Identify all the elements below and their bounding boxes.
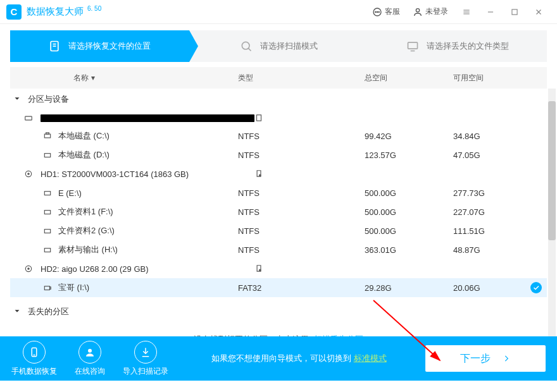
close-icon	[534, 8, 543, 16]
section-partitions-label: 分区与设备	[28, 94, 69, 105]
drive-icon	[43, 150, 53, 159]
disk-type-icon	[254, 114, 263, 123]
login-button[interactable]: 未登录	[406, 0, 454, 24]
disk-hd2[interactable]: HD2: aigo U268 2.00 (29 GB)	[10, 259, 547, 278]
svg-point-33	[260, 269, 261, 271]
minimize-icon	[486, 8, 495, 16]
app-logo: C	[6, 4, 22, 20]
part-g[interactable]: 文件资料2 (G:\) NTFS 500.00G 111.51G	[10, 221, 547, 240]
footer: 手机数据恢复 在线咨询 导入扫描记录 如果您不想使用向导模式，可以切换到 标准模…	[0, 336, 557, 381]
col-type[interactable]: 类型	[238, 73, 365, 83]
chevron-right-icon	[502, 354, 511, 363]
drive-icon	[43, 226, 53, 235]
step-file-type[interactable]: 请选择丢失的文件类型	[368, 30, 547, 62]
step-location-label: 请选择恢复文件的位置	[68, 40, 151, 52]
svg-point-1	[375, 11, 376, 12]
hdd-icon	[24, 264, 34, 273]
step-type-label: 请选择丢失的文件类型	[427, 40, 509, 52]
disk-hd0[interactable]	[10, 110, 547, 126]
disk-hd1[interactable]: HD1: ST2000VM003-1CT164 (1863 GB)	[10, 164, 547, 183]
login-label: 未登录	[425, 6, 448, 17]
usb-drive-icon	[43, 283, 53, 292]
svg-point-32	[28, 268, 29, 269]
svg-rect-21	[44, 134, 50, 138]
phone-recovery-button[interactable]: 手机数据恢复	[11, 341, 57, 377]
import-icon	[134, 341, 157, 364]
part-f[interactable]: 文件资料1 (F:\) NTFS 500.00G 227.07G	[10, 202, 547, 221]
svg-rect-29	[44, 230, 50, 233]
part-h[interactable]: 素材与输出 (H:\) NTFS 363.01G 48.87G	[10, 240, 547, 259]
svg-point-15	[242, 42, 249, 49]
hdd-icon	[24, 114, 34, 123]
support-label: 客服	[385, 6, 400, 17]
online-consult-button[interactable]: 在线咨询	[75, 341, 105, 377]
svg-rect-30	[44, 248, 50, 252]
menu-icon	[462, 8, 471, 16]
section-partitions[interactable]: 分区与设备	[10, 89, 547, 110]
svg-point-4	[416, 8, 419, 11]
lost-partition-hint: 没有找到想要的分区，点击这里 扫描丢失分区	[10, 322, 547, 336]
disk-type-icon	[254, 169, 263, 178]
svg-rect-9	[512, 9, 517, 14]
step-scan-label: 请选择扫描模式	[260, 40, 318, 52]
step-scan-mode[interactable]: 请选择扫描模式	[189, 30, 368, 62]
step-location[interactable]: 请选择恢复文件的位置	[10, 30, 189, 62]
drive-icon	[43, 245, 53, 254]
scrollbar[interactable]	[548, 89, 556, 336]
svg-rect-28	[44, 211, 50, 214]
partition-list: 分区与设备 本地磁盘 (C:\) NTFS 99.42G 34.84G 本地磁盘…	[10, 89, 547, 336]
svg-rect-23	[44, 154, 50, 157]
section-lost-label: 丢失的分区	[28, 306, 69, 317]
sort-caret-icon: ▾	[91, 73, 95, 82]
close-button[interactable]	[527, 0, 551, 24]
standard-mode-link[interactable]: 标准模式	[354, 353, 387, 363]
part-c[interactable]: 本地磁盘 (C:\) NTFS 99.42G 34.84G	[10, 126, 547, 145]
hdd-icon	[24, 169, 34, 178]
svg-rect-34	[44, 286, 49, 290]
location-icon	[48, 40, 61, 52]
next-button[interactable]: 下一步	[425, 345, 546, 372]
svg-point-26	[260, 175, 261, 176]
svg-point-2	[377, 11, 377, 12]
part-e[interactable]: E (E:\) NTFS 500.00G 277.73G	[10, 183, 547, 202]
svg-point-3	[379, 11, 379, 12]
wizard-steps: 请选择恢复文件的位置 请选择扫描模式 请选择丢失的文件类型	[10, 30, 547, 62]
drive-icon	[43, 188, 53, 197]
phone-icon	[23, 341, 46, 364]
svg-rect-35	[50, 287, 51, 290]
col-free[interactable]: 可用空间	[453, 73, 529, 83]
drive-icon	[43, 207, 53, 216]
svg-rect-20	[257, 115, 261, 121]
disk-type-icon	[254, 264, 263, 273]
col-name[interactable]: 名称▾	[10, 73, 238, 83]
svg-rect-19	[25, 116, 32, 120]
maximize-icon	[510, 8, 519, 16]
drive-os-icon	[43, 132, 53, 140]
user-icon	[413, 7, 423, 17]
svg-point-25	[28, 173, 29, 175]
maximize-button[interactable]	[503, 0, 527, 24]
monitor-icon	[406, 40, 419, 52]
scrollbar-thumb[interactable]	[548, 101, 556, 240]
menu-button[interactable]	[454, 0, 479, 24]
selected-check-icon	[530, 282, 542, 293]
part-i[interactable]: 宝哥 (I:\) FAT32 29.28G 20.06G	[10, 278, 547, 297]
chat-icon	[372, 7, 382, 17]
footer-message: 如果您不想使用向导模式，可以切换到 标准模式	[211, 353, 387, 364]
svg-point-38	[88, 348, 92, 352]
svg-rect-22	[46, 133, 49, 134]
svg-rect-17	[408, 42, 417, 49]
table-header: 名称▾ 类型 总空间 可用空间	[10, 67, 547, 89]
app-title: 数据恢复大师	[27, 6, 84, 18]
app-version: 6. 50	[87, 5, 101, 12]
svg-rect-27	[44, 192, 50, 195]
section-lost[interactable]: 丢失的分区	[10, 301, 547, 322]
col-total[interactable]: 总空间	[365, 73, 453, 83]
title-bar: C 数据恢复大师 6. 50 客服 未登录	[0, 0, 557, 24]
minimize-button[interactable]	[479, 0, 503, 24]
part-d[interactable]: 本地磁盘 (D:\) NTFS 123.57G 47.05G	[10, 145, 547, 164]
support-button[interactable]: 客服	[366, 0, 406, 24]
scan-lost-link[interactable]: 扫描丢失分区	[314, 334, 363, 336]
import-scan-button[interactable]: 导入扫描记录	[123, 341, 168, 377]
svg-line-16	[248, 48, 251, 51]
